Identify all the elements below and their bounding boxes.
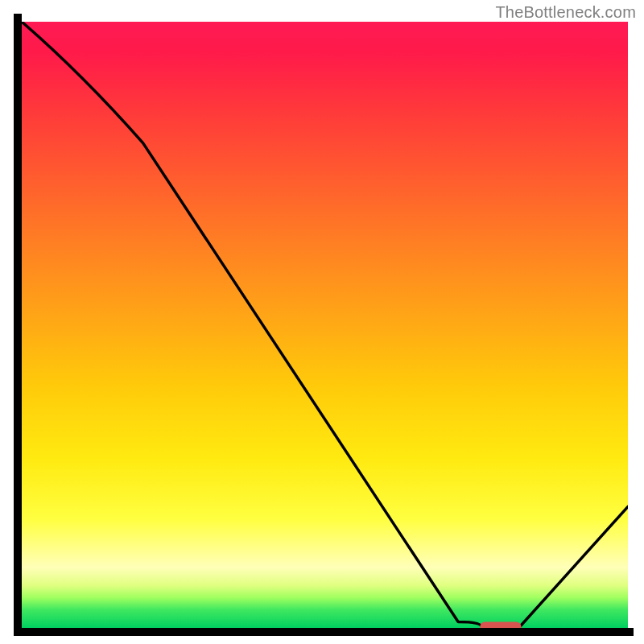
watermark-text: TheBottleneck.com [495,3,636,22]
y-axis [14,14,22,634]
bottleneck-chart: TheBottleneck.com [0,0,644,644]
x-axis [14,628,634,636]
plot-gradient-background [22,22,628,628]
